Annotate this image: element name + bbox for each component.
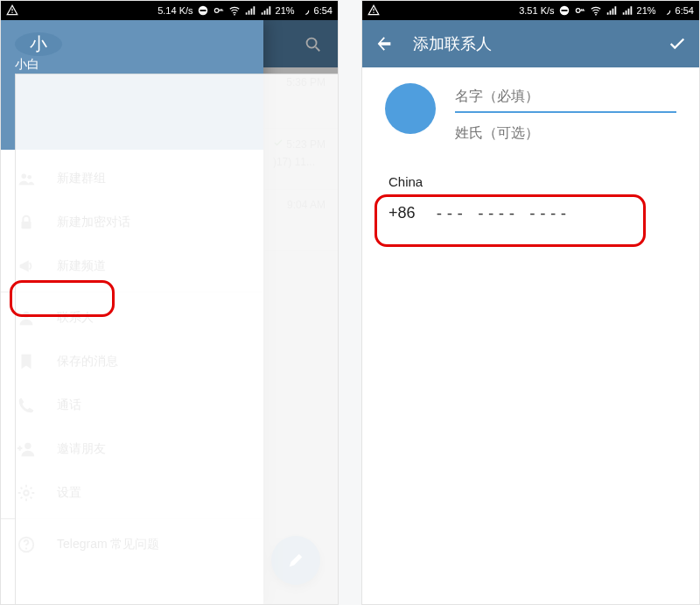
battery-percent: 21% — [637, 5, 656, 16]
status-bar: 5.14 K/s 21% 6:54 — [1, 1, 338, 20]
dnd-icon — [197, 4, 209, 17]
country-code[interactable]: +86 — [388, 204, 416, 222]
avatar-initial: 小 — [30, 32, 47, 56]
warning-icon — [368, 4, 380, 17]
status-bar: 3.51 K/s 21% 6:54 — [362, 1, 699, 20]
signal-icon — [260, 4, 272, 17]
signal-icon — [606, 4, 618, 17]
signal-icon — [621, 4, 634, 17]
avatar[interactable]: 小 — [15, 32, 62, 56]
svg-point-14 — [662, 6, 669, 14]
country-selector[interactable]: China — [388, 174, 676, 189]
net-speed: 5.14 K/s — [158, 5, 192, 16]
phone-number-row[interactable]: +86 --- ---- ---- — [385, 191, 676, 238]
vpn-key-icon — [574, 4, 586, 17]
wifi-icon — [228, 4, 241, 17]
first-name-input[interactable] — [455, 83, 676, 113]
svg-point-13 — [300, 6, 308, 14]
drawer-user-name: 小白 — [15, 56, 249, 74]
vpn-key-icon — [213, 4, 225, 17]
right-phone-add-contact-screen: 3.51 K/s 21% 6:54 添加联系人 China +86 --- --… — [361, 0, 700, 605]
last-name-input[interactable] — [455, 120, 676, 148]
back-icon[interactable] — [374, 34, 394, 53]
battery-ring-icon — [298, 4, 311, 17]
battery-ring-icon — [660, 4, 672, 17]
clock: 6:54 — [314, 5, 332, 16]
battery-percent: 21% — [276, 5, 295, 16]
drawer-user-phone: +86 — [15, 74, 339, 605]
navigation-drawer: 小 小白 +86 新建群组 新建加密对话 新建频道 联系人 — [1, 20, 263, 604]
confirm-check-icon[interactable] — [668, 34, 687, 53]
signal-icon — [244, 4, 256, 17]
clock: 6:54 — [676, 5, 694, 16]
warning-icon — [6, 4, 18, 17]
dnd-icon — [558, 4, 570, 17]
avatar-placeholder[interactable] — [385, 83, 436, 134]
left-phone-drawer-screen: 5.14 K/s 21% 6:54 5:36 PM 5:23 PM )17) 1… — [0, 0, 339, 605]
page-title: 添加联系人 — [413, 33, 648, 54]
phone-number-input[interactable]: --- ---- ---- — [435, 203, 570, 222]
add-contact-appbar: 添加联系人 — [362, 20, 699, 67]
wifi-icon — [590, 4, 602, 17]
net-speed: 3.51 K/s — [519, 5, 554, 16]
drawer-header: 小 小白 +86 — [1, 20, 263, 150]
add-contact-form: China +86 --- ---- ---- — [362, 67, 699, 238]
